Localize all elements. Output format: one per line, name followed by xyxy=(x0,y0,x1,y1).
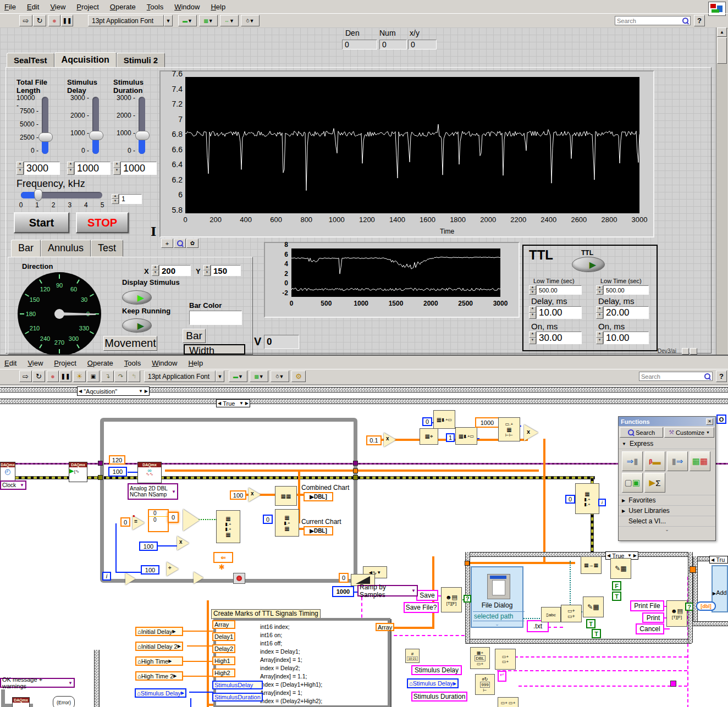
y-spinner[interactable]: ▲▼ xyxy=(203,265,211,276)
graph-zoom-tool[interactable] xyxy=(174,239,186,248)
constant-120[interactable]: 120 xyxy=(109,455,125,465)
y-field[interactable]: 150 xyxy=(211,265,241,276)
main-chart-plot[interactable] xyxy=(185,77,639,213)
menu-item[interactable]: Window xyxy=(152,359,177,367)
ttl-delay-spinner-1[interactable]: ▲▼ xyxy=(529,306,536,319)
align-objects-button[interactable]: ▬▼ xyxy=(229,371,247,382)
constant-1[interactable]: 1 xyxy=(446,433,455,442)
error-ring[interactable]: (Error) xyxy=(53,696,75,707)
slider-track[interactable] xyxy=(92,97,99,154)
constant-100[interactable]: 100 xyxy=(230,490,246,500)
divide-node[interactable]: ÷ xyxy=(167,562,179,576)
daqmx-node-partial[interactable]: DAQmx xyxy=(12,697,30,707)
menu-item[interactable]: Edit xyxy=(4,359,16,367)
build-array-node[interactable]: ▦▦ xyxy=(275,486,297,506)
interpolate-node[interactable]: ▭.+▦⊢⊢ xyxy=(498,417,520,441)
ttl-low-field-1[interactable]: 500.00 xyxy=(536,285,582,295)
tab[interactable]: Test xyxy=(91,240,123,257)
concat-strings-node[interactable]: ▭+▭+ xyxy=(561,605,582,622)
menu-item[interactable]: Operate xyxy=(87,359,113,367)
boolean-true-constant[interactable]: T xyxy=(586,619,595,628)
diagram-canvas[interactable]: ◀"Aqcuisition"▼▶ ◀True▼▶ xyxy=(0,386,728,707)
print-string[interactable]: Print xyxy=(642,612,664,623)
slider-value-field[interactable]: 1000 xyxy=(74,162,111,175)
write-text-file-node[interactable]: ✎▦ xyxy=(583,596,604,617)
formula-output-array[interactable]: Array xyxy=(376,623,394,631)
pause-button[interactable]: ❚❚ xyxy=(59,371,71,382)
local-variable[interactable]: ⌂Initial Delay 2▶ xyxy=(135,642,183,651)
two-button-dialog-node[interactable]: ☻▤[T][F] xyxy=(441,587,462,612)
transpose-array-node[interactable]: ▦→▦ xyxy=(581,556,602,574)
local-variable-stimulus-delay[interactable]: ⌂Stimulus Delay▶ xyxy=(407,678,459,688)
front-panel-scrollbar[interactable]: ▲ xyxy=(716,27,727,355)
ok-message-dropdown[interactable]: OK message + warnings▼ xyxy=(0,678,75,688)
framed-constant-0[interactable]: 0 xyxy=(168,512,179,523)
tab[interactable]: Annulus xyxy=(41,240,91,257)
equals-node[interactable]: =● xyxy=(133,516,145,530)
palette-section-express[interactable]: ▼Express xyxy=(619,439,715,449)
graph-crosshair-tool[interactable]: + xyxy=(161,239,173,248)
reorder-button[interactable]: ⥁▼ xyxy=(271,371,289,382)
clock-dropdown[interactable]: Clock▼ xyxy=(0,480,26,490)
slider-track[interactable] xyxy=(139,97,145,154)
step-out-button[interactable]: ↰ xyxy=(128,371,140,382)
multiply-node[interactable]: x xyxy=(524,424,538,441)
local-variable[interactable]: ⌂Initial Delay▶ xyxy=(135,627,183,636)
menu-item[interactable]: Project xyxy=(54,359,76,367)
formula-input[interactable]: High1 xyxy=(212,656,235,665)
den-field[interactable]: 0 xyxy=(342,40,377,49)
print-file-string[interactable]: Print File xyxy=(630,600,664,611)
constant-0[interactable]: 0 xyxy=(120,517,130,527)
v-field[interactable]: 0 xyxy=(264,335,299,349)
express-input-icon[interactable]: ⇒▮ xyxy=(622,451,643,471)
current-chart-indicator[interactable]: ▶DBL] xyxy=(304,526,333,535)
slider-track[interactable] xyxy=(42,97,48,154)
feedback-node[interactable]: ⇐ xyxy=(213,552,233,563)
ttl-delay-spinner-2[interactable]: ▲▼ xyxy=(596,306,603,319)
x-spinner[interactable]: ▲▼ xyxy=(152,265,159,276)
font-selector-arrow[interactable]: ▼ xyxy=(164,15,173,26)
number-to-string-node[interactable]: #↻999⊢ xyxy=(475,674,495,695)
x-field[interactable]: 200 xyxy=(159,265,191,276)
slider-spinner[interactable]: ▲▼ xyxy=(113,162,120,175)
formula-input[interactable]: StimulusDelay xyxy=(212,681,263,689)
ttl-on-spinner-1[interactable]: ▲▼ xyxy=(529,332,536,344)
ttl-low-spinner-2[interactable]: ▲▼ xyxy=(596,285,603,295)
splitter-icon[interactable] xyxy=(682,348,689,355)
menu-item[interactable]: Help xyxy=(211,3,225,11)
graph-pan-tool[interactable]: ✿ xyxy=(186,239,198,248)
combined-chart-indicator[interactable]: ▶DBL] xyxy=(304,492,333,501)
stop-button[interactable]: STOP xyxy=(76,212,129,233)
express-signal-analysis-icon[interactable]: 𝛃▬ xyxy=(644,451,665,471)
constant-100[interactable]: 100 xyxy=(139,542,158,551)
slider-thumb[interactable] xyxy=(135,131,150,140)
daqmx-timing-node[interactable]: DAQmx ◴ xyxy=(0,462,15,482)
select-node[interactable] xyxy=(183,509,200,531)
bar-box[interactable]: Bar xyxy=(183,329,206,343)
formula-input[interactable]: High2 xyxy=(212,669,235,677)
run-continuous-button[interactable]: ↻ xyxy=(33,15,46,26)
local-variable[interactable]: ⌂High Time▶ xyxy=(135,656,183,666)
compare-node[interactable] xyxy=(194,572,203,584)
reorder-button[interactable]: ⥁▼ xyxy=(241,15,260,26)
express-exec-control-icon[interactable]: ▢▣ xyxy=(622,473,643,493)
frequency-value[interactable]: 1 xyxy=(119,194,142,204)
align-objects-button[interactable]: ▬▼ xyxy=(178,15,197,26)
menu-item[interactable]: File xyxy=(4,3,16,11)
formula-input[interactable]: StimulusDuration xyxy=(212,693,263,702)
cancel-string[interactable]: Cancel xyxy=(636,623,664,634)
array-constant[interactable]: 0 0 xyxy=(148,509,169,532)
tab[interactable]: Bar xyxy=(11,240,41,257)
scroll-up-button[interactable]: ▲ xyxy=(717,27,727,37)
menu-item[interactable]: Project xyxy=(76,3,98,11)
constant-0p1[interactable]: 0.1 xyxy=(366,435,382,445)
constant-100[interactable]: 100 xyxy=(141,565,159,575)
keep-running-toggle[interactable]: ▶ xyxy=(122,318,152,333)
boolean-true-constant[interactable]: T xyxy=(612,592,621,601)
retain-wire-values-button[interactable]: ▣ xyxy=(87,371,100,382)
frequency-slider[interactable] xyxy=(21,192,102,198)
local-variable-stimulus-delay[interactable]: ⌂Stimulus Delay▶ xyxy=(135,688,186,698)
abort-button[interactable]: ● xyxy=(48,15,60,26)
step-into-button[interactable]: ↴ xyxy=(101,371,114,382)
constant-0[interactable]: 0 xyxy=(263,515,273,524)
